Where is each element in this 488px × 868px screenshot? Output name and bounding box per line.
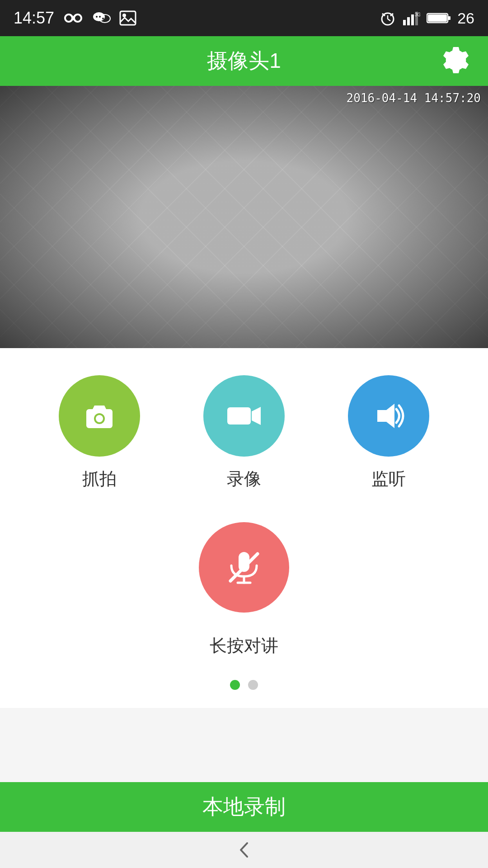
intercom-button[interactable]: 长按对讲 <box>199 522 289 657</box>
svg-marker-24 <box>252 407 261 425</box>
main-content: 抓拍 录像 监听 <box>0 348 488 708</box>
nav-bar: 摄像头1 <box>0 36 488 86</box>
bottom-nav <box>0 832 488 868</box>
infinity-icon <box>62 12 84 24</box>
svg-rect-19 <box>448 16 450 20</box>
gear-icon <box>440 45 472 77</box>
intercom-row: 长按对讲 <box>0 522 488 657</box>
wechat-icon <box>92 9 111 27</box>
record-label: 录像 <box>227 467 261 491</box>
alarm-icon <box>380 10 396 26</box>
nav-title: 摄像头1 <box>207 47 281 75</box>
capture-button[interactable]: 抓拍 <box>59 375 140 491</box>
monitor-circle <box>348 375 429 457</box>
battery-level: 26 <box>457 9 474 27</box>
status-bar: 14:57 <box>0 0 488 36</box>
svg-line-10 <box>388 19 390 21</box>
svg-point-3 <box>99 16 101 18</box>
status-time: 14:57 <box>14 9 54 28</box>
svg-rect-15 <box>411 14 414 25</box>
status-right: 3G 26 <box>380 9 474 27</box>
signal-icon: 3G <box>402 10 420 26</box>
battery-icon <box>427 12 451 24</box>
status-left: 14:57 <box>14 9 136 28</box>
svg-text:3G: 3G <box>415 12 420 17</box>
intercom-circle <box>199 522 289 613</box>
svg-rect-20 <box>428 14 447 22</box>
dot-1[interactable] <box>230 680 240 690</box>
svg-point-5 <box>105 18 107 19</box>
local-record-button[interactable]: 本地录制 <box>0 782 488 832</box>
svg-rect-14 <box>407 17 410 25</box>
svg-point-1 <box>99 14 110 23</box>
svg-point-2 <box>96 16 98 18</box>
action-row: 抓拍 录像 监听 <box>0 375 488 491</box>
monitor-button[interactable]: 监听 <box>348 375 429 491</box>
capture-label: 抓拍 <box>82 467 117 491</box>
svg-point-4 <box>102 18 104 19</box>
svg-rect-13 <box>403 20 406 25</box>
camera-icon <box>79 396 120 436</box>
mic-off-icon <box>221 545 267 590</box>
speaker-icon <box>368 396 409 436</box>
svg-point-22 <box>96 415 103 422</box>
svg-point-7 <box>122 14 126 17</box>
camera-feed <box>0 86 488 348</box>
record-button[interactable]: 录像 <box>203 375 285 491</box>
svg-rect-6 <box>120 11 136 25</box>
intercom-label: 长按对讲 <box>210 634 278 657</box>
settings-button[interactable] <box>440 45 472 77</box>
monitor-label: 监听 <box>371 467 406 491</box>
camera-timestamp: 2016-04-14 14:57:20 <box>347 91 481 105</box>
svg-marker-25 <box>377 404 394 428</box>
record-circle <box>203 375 285 457</box>
local-record-label: 本地录制 <box>202 793 286 821</box>
svg-rect-23 <box>227 407 251 425</box>
camera-view: 2016-04-14 14:57:20 <box>0 86 488 348</box>
image-icon <box>119 10 136 26</box>
pagination-dots <box>230 680 258 690</box>
dot-2[interactable] <box>248 680 258 690</box>
back-icon[interactable] <box>233 839 255 861</box>
capture-circle <box>59 375 140 457</box>
video-icon <box>224 396 264 436</box>
